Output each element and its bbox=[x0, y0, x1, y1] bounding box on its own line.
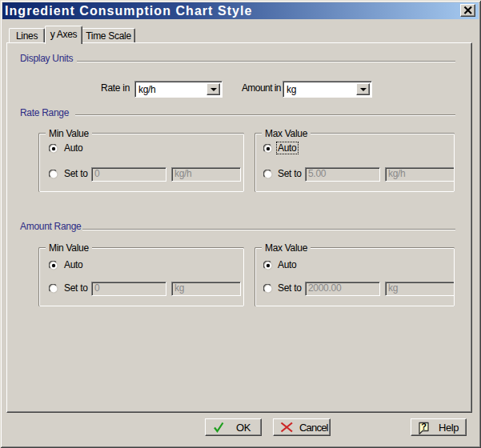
svg-text:?: ? bbox=[421, 422, 427, 431]
